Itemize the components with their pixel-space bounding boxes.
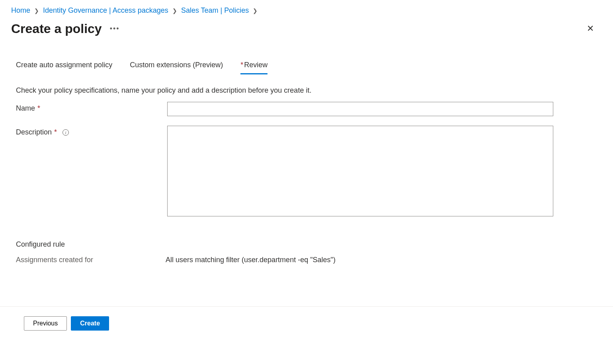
- page-header: Create a policy ••• ✕: [0, 18, 613, 37]
- close-icon[interactable]: ✕: [579, 20, 602, 37]
- page-title: Create a policy: [11, 21, 102, 36]
- required-star-icon: *: [240, 61, 243, 69]
- tab-label: Create auto assignment policy: [16, 61, 112, 69]
- create-button[interactable]: Create: [71, 316, 109, 331]
- tab-label: Review: [244, 61, 267, 69]
- assignments-label: Assignments created for: [16, 256, 166, 264]
- tab-create-auto-assignment[interactable]: Create auto assignment policy: [16, 61, 112, 74]
- name-label: Name *: [16, 102, 167, 113]
- configured-rule-heading: Configured rule: [16, 240, 597, 249]
- header-left: Create a policy •••: [11, 21, 120, 36]
- previous-button[interactable]: Previous: [24, 316, 67, 331]
- tab-label: Custom extensions (Preview): [130, 61, 223, 69]
- name-input[interactable]: [167, 102, 553, 116]
- breadcrumb: Home ❯ Identity Governance | Access pack…: [0, 0, 613, 18]
- content-area: Create auto assignment policy Custom ext…: [0, 37, 613, 264]
- description-label: Description * i: [16, 126, 167, 136]
- form-row-description: Description * i: [16, 126, 597, 216]
- chevron-right-icon: ❯: [172, 8, 177, 14]
- required-star-icon: *: [37, 104, 40, 113]
- tab-custom-extensions[interactable]: Custom extensions (Preview): [130, 61, 223, 74]
- assignments-row: Assignments created for All users matchi…: [16, 256, 597, 264]
- more-actions-icon[interactable]: •••: [110, 25, 120, 33]
- required-star-icon: *: [54, 128, 57, 136]
- helper-text: Check your policy specifications, name y…: [16, 86, 597, 95]
- breadcrumb-identity-governance[interactable]: Identity Governance | Access packages: [43, 6, 168, 15]
- assignments-value: All users matching filter (user.departme…: [166, 256, 336, 264]
- description-input[interactable]: [167, 126, 553, 216]
- chevron-right-icon: ❯: [253, 8, 258, 14]
- info-icon[interactable]: i: [62, 129, 69, 136]
- chevron-right-icon: ❯: [34, 8, 39, 14]
- tab-review[interactable]: *Review: [240, 61, 267, 74]
- tabs: Create auto assignment policy Custom ext…: [16, 61, 597, 74]
- form-row-name: Name *: [16, 102, 597, 116]
- breadcrumb-home[interactable]: Home: [11, 6, 30, 15]
- breadcrumb-sales-team[interactable]: Sales Team | Policies: [181, 6, 249, 15]
- footer: Previous Create: [0, 306, 613, 340]
